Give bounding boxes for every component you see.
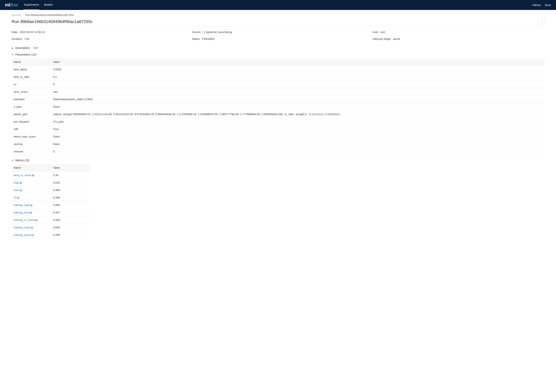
table-row: best_cv_score0.34 <box>12 172 91 179</box>
metric-name: mse <box>14 188 19 192</box>
metric-name-cell: training_mae <box>12 201 51 209</box>
metric-value: 0.346 <box>51 194 91 201</box>
page-title: Run 89b8ae196b3140949b4f96ac1a87255c <box>12 19 93 24</box>
more-vertical-icon: ⋮ <box>540 20 543 23</box>
param-value: 0 <box>51 148 544 155</box>
meta-status: Status: FINISHED <box>192 37 364 40</box>
meta-duration: Duration: 7.6s <box>12 37 184 40</box>
metrics-th-name: Name <box>12 164 51 172</box>
description-section: ▶ Description Edit <box>12 46 544 50</box>
caret-down-icon: ▼ <box>12 159 14 162</box>
metric-link[interactable]: training_score <box>14 233 34 236</box>
metric-value: 0.456 <box>51 187 91 194</box>
table-row: verbose0 <box>12 148 544 155</box>
table-row: param_grid{'alpha': array([1.00000000e-0… <box>12 111 544 118</box>
page: red-wine › Run 89b8ae196b3140949b4f96ac1… <box>0 10 556 250</box>
metric-name-cell: training_mse <box>12 209 51 216</box>
breadcrumb-current: Run 89b8ae196b3140949b4f96ac1a87255c <box>25 14 74 17</box>
metric-name: mae <box>14 181 19 184</box>
param-value: 0.0002 <box>51 66 544 73</box>
table-row: r20.346 <box>12 194 91 201</box>
metric-link[interactable]: r2 <box>14 196 20 199</box>
param-name: n_jobs <box>12 103 51 111</box>
table-row: n_jobsNone <box>12 103 544 111</box>
metric-name-cell: training_score <box>12 231 51 239</box>
chart-icon <box>20 181 22 184</box>
meta-date-label: Date: <box>12 30 18 34</box>
parameters-table: Name Value best_alpha0.0002best_l1_ratio… <box>12 58 544 155</box>
table-row: error_scorenan <box>12 88 544 96</box>
table-row: estimatorElasticNet(random_state=12345) <box>12 96 544 103</box>
more-button[interactable]: ⋮ <box>539 19 544 24</box>
param-name: cv <box>12 81 51 88</box>
chart-icon <box>32 174 34 176</box>
metric-link[interactable]: training_r2_score <box>14 219 38 221</box>
metric-name-cell: mse <box>12 187 51 194</box>
meta-source: Source: ipykernel_launcher.py <box>192 30 364 34</box>
param-name: best_l1_ratio <box>12 73 51 81</box>
meta-user: User: root <box>372 30 544 34</box>
metric-link[interactable]: training_mse <box>14 211 32 214</box>
parameters-title: Parameters (12) <box>15 53 36 56</box>
table-row: pre_dispatch2*n_jobs <box>12 118 544 126</box>
metric-value: 0.638 <box>51 224 91 231</box>
link-github[interactable]: GitHub <box>532 4 541 7</box>
meta-status-label: Status: <box>192 37 200 40</box>
param-value: 0.2 <box>51 73 544 81</box>
meta-duration-value: 7.6s <box>24 37 29 40</box>
chart-icon <box>17 196 20 199</box>
chevron-right-icon: › <box>23 14 24 17</box>
metrics-th-value: Value <box>51 164 91 172</box>
param-value: None <box>51 103 544 111</box>
param-name: scoring <box>12 140 51 148</box>
param-value: 5 <box>51 81 544 88</box>
metric-value: 0.34 <box>51 172 91 179</box>
chart-icon <box>20 189 22 191</box>
logo[interactable]: mlflow <box>5 2 18 8</box>
param-name: best_alpha <box>12 66 51 73</box>
metric-link[interactable]: mse <box>14 188 22 192</box>
tab-models[interactable]: Models <box>44 0 53 10</box>
meta-grid: Date: 2022-04-03 12:50:14 Duration: 7.6s… <box>12 30 544 40</box>
table-row: training_mse0.407 <box>12 209 91 216</box>
edit-description-link[interactable]: Edit <box>34 46 38 49</box>
chart-icon <box>30 204 33 206</box>
metric-value: 0.494 <box>51 201 91 209</box>
chart-icon <box>30 211 32 214</box>
table-row: training_r2_score0.359 <box>12 216 91 224</box>
link-docs[interactable]: Docs <box>545 4 551 7</box>
breadcrumb: red-wine › Run 89b8ae196b3140949b4f96ac1… <box>12 14 544 17</box>
caret-down-icon: ▼ <box>12 53 14 56</box>
metric-name: training_mae <box>14 204 29 207</box>
table-row: refitTrue <box>12 126 544 133</box>
chart-icon <box>35 219 38 221</box>
tab-experiments[interactable]: Experiments <box>24 0 39 10</box>
param-value: ElasticNet(random_state=12345) <box>51 96 544 103</box>
chart-icon <box>31 234 34 236</box>
nav-right: GitHub Docs <box>532 4 551 7</box>
param-name: pre_dispatch <box>12 118 51 126</box>
metric-name: training_rmse <box>14 226 30 229</box>
metric-link[interactable]: best_cv_score <box>14 173 34 177</box>
table-row: scoringNone <box>12 140 544 148</box>
table-row: training_rmse0.638 <box>12 224 91 231</box>
parameters-header[interactable]: ▼ Parameters (12) <box>12 53 544 56</box>
metric-name: training_r2_score <box>14 219 34 221</box>
metrics-title: Metrics (9) <box>15 159 29 162</box>
table-row: mse0.456 <box>12 187 91 194</box>
description-header[interactable]: ▶ Description Edit <box>12 46 544 50</box>
metric-name: training_mse <box>14 211 29 214</box>
table-row: best_alpha0.0002 <box>12 66 544 73</box>
metric-link[interactable]: training_mae <box>14 204 33 207</box>
meta-status-value: FINISHED <box>202 37 215 40</box>
meta-lifecycle-label: Lifecycle Stage: <box>372 37 391 40</box>
table-row: training_score0.359 <box>12 231 91 239</box>
metric-link[interactable]: training_rmse <box>14 226 33 229</box>
metric-link[interactable]: mae <box>14 181 22 184</box>
description-title: Description <box>15 46 30 50</box>
meta-source-text: ipykernel_launcher.py <box>206 30 232 34</box>
breadcrumb-parent[interactable]: red-wine <box>12 14 21 17</box>
table-row: training_mae0.494 <box>12 201 91 209</box>
param-name: param_grid <box>12 111 51 118</box>
metrics-header[interactable]: ▼ Metrics (9) <box>12 159 544 162</box>
